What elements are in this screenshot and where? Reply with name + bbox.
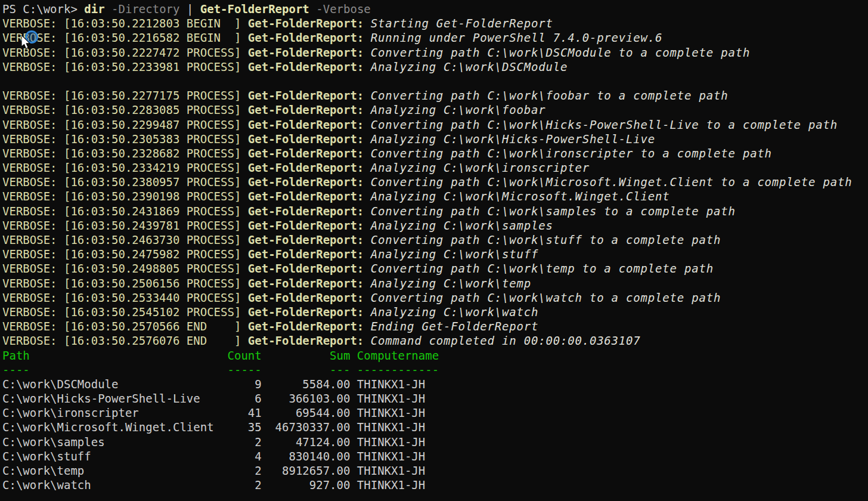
verbose-message: Analyzing C:\work\DSCModule — [371, 60, 568, 73]
verbose-message: Analyzing C:\work\Microsoft.Winget.Clien… — [371, 190, 670, 203]
verbose-prefix: VERBOSE: [16:03:50.2475982 PROCESS] — [2, 248, 248, 261]
verbose-prefix: VERBOSE: [16:03:50.2212803 BEGIN ] — [2, 17, 248, 30]
verbose-prefix: VERBOSE: [16:03:50.2570566 END ] — [2, 320, 248, 333]
verbose-line: VERBOSE: [16:03:50.2576076 END ] Get-Fol… — [2, 333, 868, 348]
cell-sum: 927.00 — [268, 478, 357, 491]
cell-path: C:\work\watch — [2, 478, 228, 491]
verbose-source: Get-FolderReport: — [248, 262, 371, 275]
verbose-line: VERBOSE: [16:03:50.2277175 PROCESS] Get-… — [2, 88, 868, 103]
terminal-window[interactable]: PS C:\work> dir -Directory | Get-FolderR… — [0, 0, 868, 501]
verbose-message: Analyzing C:\work\ironscripter — [371, 161, 590, 174]
column-header-path: Path — [2, 349, 228, 362]
verbose-prefix: VERBOSE: [16:03:50.2533440 PROCESS] — [2, 291, 248, 304]
verbose-message: Analyzing C:\work\temp — [371, 277, 531, 290]
verbose-line: VERBOSE: [16:03:50.2212803 BEGIN ] Get-F… — [2, 16, 868, 30]
cell-count: 4 — [228, 450, 269, 463]
table-row: C:\work\ironscripter 41 69544.00 THINKX1… — [2, 406, 868, 420]
verbose-message: Starting Get-FolderReport — [371, 17, 553, 30]
verbose-source: Get-FolderReport: — [248, 46, 371, 59]
verbose-message: Command completed in 00:00:00.0363107 — [371, 334, 641, 347]
verbose-message: Analyzing C:\work\foobar — [371, 103, 546, 116]
cell-sum: 47124.00 — [268, 435, 357, 449]
verbose-source: Get-FolderReport: — [248, 161, 371, 174]
command-get-folderreport: Get-FolderReport — [200, 2, 309, 16]
cell-path: C:\work\stuff — [2, 450, 228, 463]
verbose-prefix: VERBOSE: [16:03:50.2431869 PROCESS] — [2, 205, 248, 218]
verbose-prefix: VERBOSE: [16:03:50.2498805 PROCESS] — [2, 262, 248, 275]
verbose-source: Get-FolderReport: — [248, 132, 371, 146]
verbose-prefix: VERBOSE: [16:03:50.2328682 PROCESS] — [2, 147, 248, 160]
verbose-line: VERBOSE: [16:03:50.2334219 PROCESS] Get-… — [2, 160, 868, 175]
verbose-message: Converting path C:\work\watch to a compl… — [371, 291, 721, 304]
table-row: C:\work\watch 2 927.00 THINKX1-JH — [2, 478, 868, 492]
verbose-prefix: VERBOSE: [16:03:50.2439781 PROCESS] — [2, 219, 248, 232]
column-header-count: Count — [228, 349, 269, 362]
verbose-source: Get-FolderReport: — [248, 60, 371, 73]
verbose-message: Converting path C:\work\foobar to a comp… — [371, 89, 728, 102]
cell-computername: THINKX1-JH — [357, 478, 439, 491]
verbose-prefix: VERBOSE: [16:03:50.2299487 PROCESS] — [2, 118, 248, 131]
verbose-line: VERBOSE: [16:03:50.2498805 PROCESS] Get-… — [2, 261, 868, 276]
cell-computername: THINKX1-JH — [357, 392, 439, 405]
verbose-prefix: VERBOSE: [16:03:50.2463730 PROCESS] — [2, 233, 248, 246]
cell-count: 2 — [228, 435, 269, 449]
verbose-source: Get-FolderReport: — [248, 205, 371, 218]
verbose-source: Get-FolderReport: — [248, 248, 371, 261]
table-row: C:\work\samples 2 47124.00 THINKX1-JH — [2, 435, 868, 449]
cell-sum: 46730337.00 — [268, 420, 357, 434]
verbose-line: VERBOSE: [16:03:50.2545102 PROCESS] Get-… — [2, 305, 868, 319]
column-underline-path: ---- — [2, 363, 228, 376]
verbose-prefix: VERBOSE: [16:03:50.2305383 PROCESS] — [2, 132, 248, 146]
space — [105, 2, 111, 16]
cell-count: 2 — [228, 464, 269, 477]
verbose-message: Converting path C:\work\stuff to a compl… — [371, 233, 721, 246]
verbose-message: Analyzing C:\work\watch — [371, 305, 539, 318]
verbose-prefix: VERBOSE: [16:03:50.2576076 END ] — [2, 334, 248, 347]
verbose-message: Running under PowerShell 7.4.0-preview.6 — [371, 31, 663, 44]
verbose-prefix: VERBOSE: [16:03:50.2233981 PROCESS] — [2, 60, 248, 73]
column-underline-count: ----- — [228, 363, 269, 376]
verbose-line: VERBOSE: [16:03:50.2506156 PROCESS] Get-… — [2, 276, 868, 290]
cell-count: 6 — [228, 392, 269, 405]
verbose-message: Converting path C:\work\DSCModule to a c… — [371, 46, 750, 59]
table-row: C:\work\temp 2 8912657.00 THINKX1-JH — [2, 463, 868, 478]
verbose-prefix: VERBOSE: [16:03:50.2277175 PROCESS] — [2, 89, 248, 102]
verbose-message: Converting path C:\work\Hicks-PowerShell… — [371, 118, 838, 131]
verbose-line: VERBOSE: [16:03:50.2227472 PROCESS] Get-… — [2, 45, 868, 60]
table-header-underline: ---- ----- --- ------------ — [2, 363, 868, 377]
space — [309, 2, 316, 16]
verbose-line: VERBOSE: [16:03:50.2439781 PROCESS] Get-… — [2, 218, 868, 233]
table-row: C:\work\Microsoft.Winget.Client 35 46730… — [2, 420, 868, 434]
verbose-line: VERBOSE: [16:03:50.2431869 PROCESS] Get-… — [2, 204, 868, 218]
verbose-source: Get-FolderReport: — [248, 305, 371, 318]
verbose-line: VERBOSE: [16:03:50.2233981 PROCESS] Get-… — [2, 60, 868, 74]
cell-computername: THINKX1-JH — [357, 435, 439, 449]
verbose-prefix: VERBOSE: [16:03:50.2506156 PROCESS] — [2, 277, 248, 290]
verbose-line: VERBOSE: [16:03:50.2463730 PROCESS] Get-… — [2, 233, 868, 247]
cell-path: C:\work\temp — [2, 464, 228, 477]
verbose-message: Converting path C:\work\samples to a com… — [371, 205, 736, 218]
cell-count: 41 — [228, 406, 269, 419]
cell-sum: 8912657.00 — [268, 464, 357, 477]
verbose-message: Converting path C:\work\temp to a comple… — [371, 262, 714, 275]
cell-computername: THINKX1-JH — [357, 450, 439, 463]
cell-sum: 366103.00 — [268, 392, 357, 405]
verbose-line: VERBOSE: [16:03:50.2390198 PROCESS] Get-… — [2, 189, 868, 203]
prompt-line: PS C:\work> dir -Directory | Get-FolderR… — [2, 2, 868, 16]
verbose-source: Get-FolderReport: — [248, 103, 371, 116]
cell-computername: THINKX1-JH — [357, 406, 439, 419]
cell-path: C:\work\Hicks-PowerShell-Live — [2, 392, 228, 405]
cell-path: C:\work\Microsoft.Winget.Client — [2, 420, 228, 434]
verbose-line: VERBOSE: [16:03:50.2216582 BEGIN ] Get-F… — [2, 30, 868, 45]
command-dir: dir — [84, 2, 104, 16]
verbose-message: Analyzing C:\work\Hicks-PowerShell-Live — [371, 132, 655, 146]
verbose-line: VERBOSE: [16:03:50.2533440 PROCESS] Get-… — [2, 290, 868, 305]
verbose-line: VERBOSE: [16:03:50.2299487 PROCESS] Get-… — [2, 117, 868, 132]
verbose-message: Analyzing C:\work\stuff — [371, 248, 539, 261]
blank-line — [2, 74, 868, 88]
cell-path: C:\work\samples — [2, 435, 228, 449]
verbose-prefix: VERBOSE: [16:03:50.2380957 PROCESS] — [2, 175, 248, 188]
cell-computername: THINKX1-JH — [357, 378, 439, 391]
cell-sum: 830140.00 — [268, 450, 357, 463]
verbose-source: Get-FolderReport: — [248, 31, 371, 44]
